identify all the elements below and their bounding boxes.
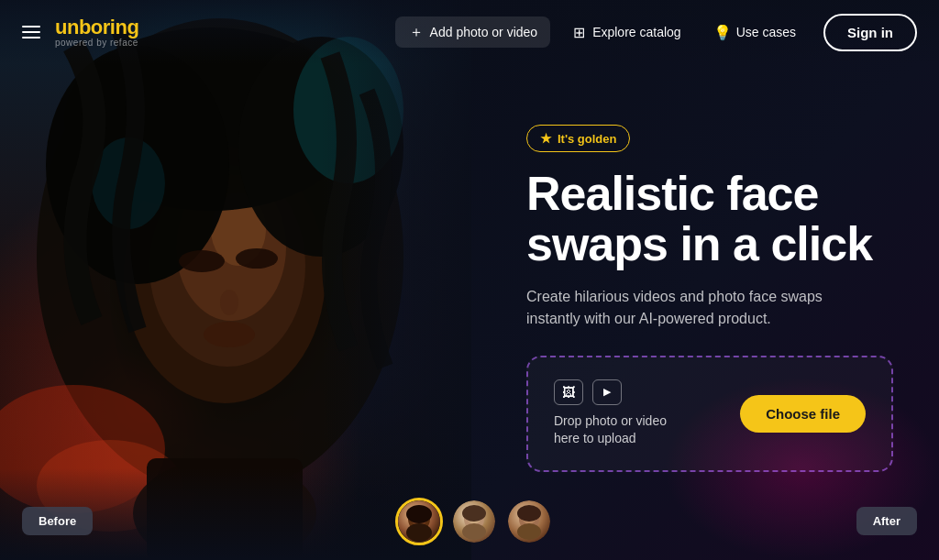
nav-links: ＋ Add photo or video ⊞ Explore catalog 💡… — [395, 16, 809, 48]
face-thumb-3[interactable] — [505, 498, 553, 545]
image-icon-box: 🖼 — [554, 379, 583, 405]
upload-left-section: 🖼 ▶ Drop photo or video here to upload — [554, 379, 667, 448]
video-icon-box: ▶ — [592, 379, 622, 405]
face-thumb-3-image — [508, 500, 550, 543]
face-thumb-2[interactable] — [450, 498, 498, 545]
svg-point-20 — [406, 505, 432, 523]
upload-icon-row: 🖼 ▶ — [554, 379, 667, 405]
image-icon: 🖼 — [562, 385, 575, 400]
logo-wordmark: unboring — [55, 17, 138, 38]
svg-point-25 — [462, 523, 486, 540]
face-2-svg — [453, 500, 495, 543]
use-cases-label: Use cases — [736, 25, 796, 39]
upload-drop-text: Drop photo or video here to upload — [554, 412, 667, 448]
subheadline: Create hilarious videos and photo face s… — [526, 286, 856, 330]
face-thumb-1[interactable] — [395, 498, 443, 545]
logo-u: u — [55, 16, 67, 38]
before-button[interactable]: Before — [22, 507, 93, 535]
drop-text-line1: Drop photo or video — [554, 413, 667, 428]
upload-dropzone[interactable]: 🖼 ▶ Drop photo or video here to upload C… — [526, 356, 893, 472]
face-thumbnails — [395, 498, 553, 545]
logo-rest: nboring — [67, 16, 138, 38]
svg-point-29 — [517, 523, 541, 540]
grid-icon: ⊞ — [570, 24, 587, 40]
face-thumb-1-image — [398, 500, 440, 543]
lightbulb-icon: 💡 — [714, 24, 731, 40]
hamburger-line-2 — [22, 31, 40, 33]
badge-text: It's golden — [558, 132, 616, 146]
plus-icon: ＋ — [408, 24, 425, 40]
face-1-svg — [398, 500, 440, 543]
navbar: unboring powered by reface ＋ Add photo o… — [0, 0, 939, 64]
add-media-label: Add photo or video — [430, 25, 538, 39]
face-highlight — [216, 189, 308, 317]
badge-star-icon: ★ — [540, 131, 552, 146]
bottom-bar: Before — [0, 482, 939, 560]
svg-point-28 — [517, 505, 541, 522]
use-cases-link[interactable]: 💡 Use cases — [701, 16, 809, 48]
logo[interactable]: unboring powered by reface — [55, 17, 138, 48]
hamburger-menu[interactable] — [22, 26, 40, 38]
hero-background — [0, 0, 486, 560]
headline: Realistic face swaps in a click — [526, 169, 893, 269]
hamburger-line-1 — [22, 26, 40, 27]
svg-point-24 — [462, 505, 486, 522]
choose-file-button[interactable]: Choose file — [740, 395, 866, 433]
headline-line2: swaps in a click — [526, 217, 872, 270]
logo-subtitle: powered by reface — [55, 38, 138, 48]
after-button[interactable]: After — [856, 507, 917, 535]
face-thumb-2-image — [453, 500, 495, 543]
red-glow — [73, 346, 220, 456]
explore-catalog-link[interactable]: ⊞ Explore catalog — [558, 16, 694, 48]
sign-in-button[interactable]: Sign in — [823, 14, 917, 51]
drop-text-line2: here to upload — [554, 431, 636, 445]
add-media-link[interactable]: ＋ Add photo or video — [395, 16, 551, 48]
hamburger-line-3 — [22, 37, 40, 38]
right-content-panel: ★ It's golden Realistic face swaps in a … — [471, 0, 939, 560]
svg-point-21 — [406, 523, 432, 542]
explore-label: Explore catalog — [592, 25, 681, 39]
golden-badge: ★ It's golden — [526, 125, 630, 152]
face-3-svg — [508, 500, 550, 543]
headline-line1: Realistic face — [526, 167, 818, 220]
video-icon: ▶ — [603, 386, 611, 398]
